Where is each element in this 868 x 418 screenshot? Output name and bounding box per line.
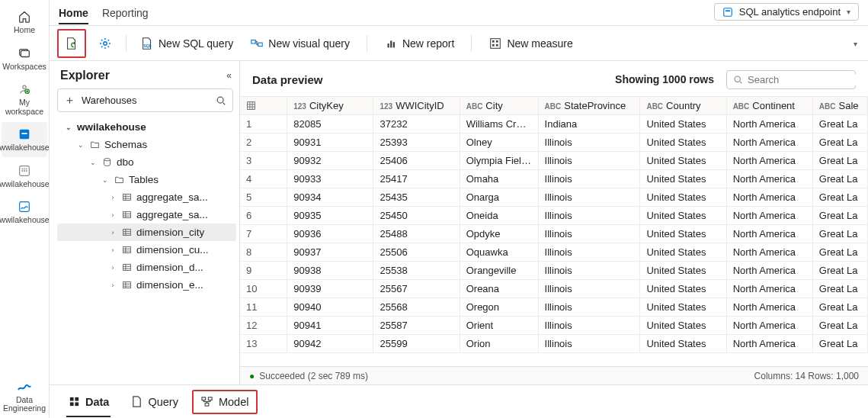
tree-node-aggregate_sa-[interactable]: ›aggregate_sa... [57,188,236,206]
main-area: HomeReporting SQL analytics endpoint ▾ S… [50,0,868,418]
cell: Opdyke [460,225,538,243]
table-row[interactable]: 49093325417OmahaIllinoisUnited StatesNor… [240,170,868,188]
table-row[interactable]: 79093625488OpdykeIllinoisUnited StatesNo… [240,225,868,243]
cell: Great La [812,317,867,335]
table-row[interactable]: 119094025568OregonIllinoisUnited StatesN… [240,298,868,317]
cell: North America [726,188,812,207]
top-tab-reporting[interactable]: Reporting [102,2,149,24]
column-header-stateprovince[interactable]: ABCStateProvince [538,97,640,115]
bottom-tab-label: Data [85,396,109,408]
new-visual-query-button[interactable]: New visual query [248,34,351,53]
cell: 90940 [287,298,373,317]
explorer-title: Explorer [60,69,110,82]
tree-node-label: Tables [129,174,159,185]
search-box[interactable] [726,70,856,89]
search-input[interactable] [748,74,868,85]
tree-node-schemas[interactable]: ⌄Schemas [57,136,236,153]
tree-icon [121,210,132,220]
table-row[interactable]: 139094225599OrionIllinoisUnited StatesNo… [240,335,868,353]
tree-icon [89,140,100,150]
cell: Onarga [460,188,538,207]
status-text: Succeeded (2 sec 789 ms) [259,371,368,381]
table-row[interactable]: 18208537232Williams CreekIndianaUnited S… [240,115,868,133]
column-header-continent[interactable]: ABCContinent [726,97,812,115]
new-measure-button[interactable]: New measure [487,34,574,53]
warehouses-label: Warehouses [82,95,137,106]
rail-item-home[interactable]: Home [2,5,47,40]
tree-node-aggregate_sa-[interactable]: ›aggregate_sa... [57,206,236,223]
column-header-wwicityid[interactable]: 123WWICityID [373,97,460,115]
table-row[interactable]: 89093725506OquawkaIllinoisUnited StatesN… [240,243,868,262]
svg-rect-21 [390,40,392,47]
cell: 37232 [373,115,460,133]
bottom-tab-query[interactable]: Query [123,391,186,413]
table-row[interactable]: 109093925567OreanaIllinoisUnited StatesN… [240,280,868,298]
rail-item-wwilakehouse[interactable]: wwilakehouse [2,159,47,194]
endpoint-selector[interactable]: SQL analytics endpoint ▾ [714,3,859,21]
rail-item-my-workspace[interactable]: My workspace [2,77,47,121]
status-bar: ●Succeeded (2 sec 789 ms) Columns: 14 Ro… [240,366,868,384]
myws-icon [17,82,32,97]
cell: 90933 [287,170,373,188]
bottom-tab-model[interactable]: Model [192,390,258,414]
new-sql-query-button[interactable]: SQLNew SQL query [139,34,235,53]
column-header-sale[interactable]: ABCSale [812,97,867,115]
collapse-explorer-icon[interactable]: « [226,70,232,81]
cell: Great La [812,115,867,133]
rail-item-label: Data Engineering [2,396,47,413]
column-header-citykey[interactable]: 123CityKey [287,97,373,115]
table-row[interactable]: 59093425435OnargaIllinoisUnited StatesNo… [240,188,868,207]
cell: Illinois [538,317,640,335]
cell: 25406 [373,152,460,170]
tree-node-dimension_d-[interactable]: ›dimension_d... [57,259,236,276]
table-row[interactable]: 29093125393OlneyIllinoisUnited StatesNor… [240,133,868,152]
tree-node-label: wwilakehouse [77,121,146,133]
tree-node-dimension_cu-[interactable]: ›dimension_cu... [57,241,236,259]
tree-node-label: dimension_city [136,227,204,238]
bottom-tab-data[interactable]: Data [60,391,117,413]
svg-rect-15 [725,10,730,11]
cell: Orient [460,317,538,335]
search-icon[interactable] [216,95,226,106]
toolbar-overflow[interactable]: ▾ [854,40,857,48]
tree-node-dbo[interactable]: ⌄dbo [57,153,236,171]
tree-node-tables[interactable]: ⌄Tables [57,171,236,188]
column-header-country[interactable]: ABCCountry [640,97,726,115]
chevron-icon: › [109,281,117,289]
tree-node-dimension_city[interactable]: ›dimension_city [57,223,236,241]
rail-item-label: wwilakehouse [0,216,50,225]
settings-button[interactable] [97,34,114,53]
rail-item-wwilakehouse[interactable]: wwilakehouse [2,122,47,157]
data-preview-panel: Data preview Showing 1000 rows 123CityKe… [240,61,868,384]
chevron-icon: ⌄ [101,176,109,184]
column-header-city[interactable]: ABCCity [460,97,538,115]
table-row[interactable]: 39093225406Olympia FieldsIllinoisUnited … [240,152,868,170]
rail-item-data-engineering[interactable]: Data Engineering [2,375,47,418]
rail-item-label: wwilakehouse [0,143,50,153]
gear-icon [98,37,112,50]
svg-rect-18 [251,40,255,43]
grid9-icon [17,163,32,178]
cell: Oregon [460,298,538,317]
table-row[interactable]: 99093825538OrangevilleIllinoisUnited Sta… [240,262,868,280]
table-row[interactable]: 69093525450OneidaIllinoisUnited StatesNo… [240,207,868,225]
rail-item-wwilakehouse[interactable]: wwilakehouse [2,195,47,230]
cell: 25417 [373,170,460,188]
cell: Illinois [538,280,640,298]
tree-node-dimension_e-[interactable]: ›dimension_e... [57,276,236,294]
toolbar-button-label: New measure [507,37,572,50]
top-tab-home[interactable]: Home [59,2,88,24]
tree-icon [121,262,132,273]
grid-corner[interactable] [240,97,287,115]
status-summary: Columns: 14 Rows: 1,000 [754,371,859,381]
refresh-button[interactable] [63,34,80,53]
warehouses-selector[interactable]: ＋ Warehouses [57,88,233,112]
table-row[interactable]: 129094125587OrientIllinoisUnited StatesN… [240,317,868,335]
cell: United States [640,170,726,188]
new-report-button[interactable]: New report [383,34,456,53]
row-number: 2 [240,133,287,152]
tree-node-wwilakehouse[interactable]: ⌄wwilakehouse [57,118,236,136]
svg-point-7 [21,168,23,169]
data-grid[interactable]: 123CityKey123WWICityIDABCCityABCStatePro… [240,96,868,366]
rail-item-workspaces[interactable]: Workspaces [2,41,47,76]
